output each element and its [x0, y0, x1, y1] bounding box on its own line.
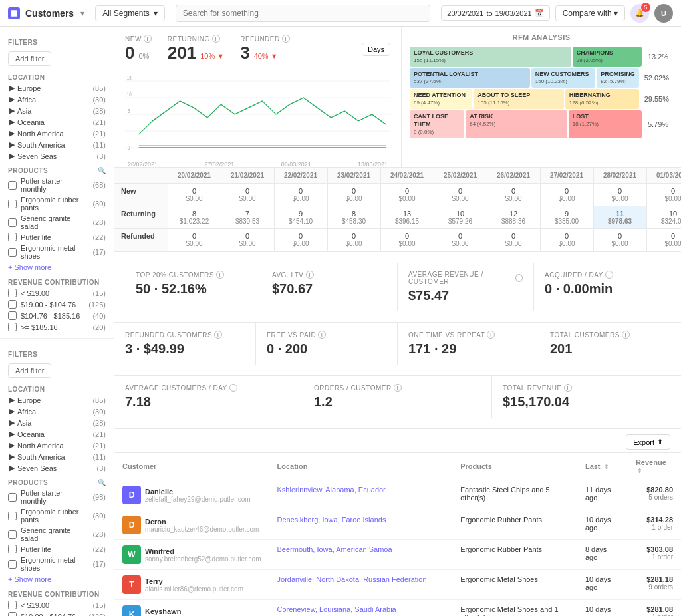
- rfm-new-customers: NEW CUSTOMERS 150 (10.23%): [531, 68, 595, 88]
- line-chart: 15 10 5 0 20/02/2021 27/02/2021: [125, 69, 390, 162]
- customer-avatar: K: [122, 605, 141, 616]
- sidebar-location-item[interactable]: ▶ North America(21): [0, 128, 114, 139]
- sidebar-location-item-2[interactable]: ▶ Oceania(21): [0, 428, 114, 440]
- refunded-stat: REFUNDED i 3 40% ▼: [240, 35, 290, 63]
- metric-top20: TOP 20% CUSTOMERS i 50 · 52.16%: [125, 263, 261, 311]
- new-info-icon: i: [144, 35, 152, 43]
- products-search-icon[interactable]: 🔍: [98, 167, 106, 174]
- metric-acquired-label: ACQUIRED / DAY i: [545, 271, 660, 279]
- customer-table-row[interactable]: W Winifred sonny.breitenberg52@demo.putl…: [114, 540, 681, 570]
- sidebar-product-item[interactable]: Putler starter-monthly(68): [0, 176, 114, 194]
- col-header-5: 24/02/2021: [380, 168, 434, 184]
- sidebar-location-item-2[interactable]: ▶ South America(11): [0, 451, 114, 462]
- metric-avg-cust-day-label: AVERAGE CUSTOMERS / DAY i: [125, 384, 292, 392]
- rfm-grid: LOYAL CUSTOMERS 155 (11.15%) CHAMPIONS 2…: [410, 47, 673, 138]
- sidebar-location-item-2[interactable]: ▶ Europe(85): [0, 394, 114, 406]
- export-icon: ⬆: [657, 438, 663, 446]
- customer-table-row[interactable]: K Keyshawn leonardo25@demo.putler.com Co…: [114, 600, 681, 617]
- notification-button[interactable]: 🔔 5: [630, 4, 649, 23]
- location-link[interactable]: Jordanville, North Dakota, Russian Feder…: [277, 575, 427, 583]
- location-cell: Denesikberg, Iowa, Faroe Islands: [269, 510, 453, 540]
- ref-col7: 0$0.00: [487, 229, 540, 251]
- revenue-value: $281.08: [636, 605, 673, 613]
- arrow-icon: ▶: [9, 129, 15, 138]
- customer-name: Terry: [145, 577, 243, 585]
- ret-col9: 11$978.63: [593, 206, 646, 229]
- sidebar-revenue-item-2[interactable]: < $19.00(15): [0, 599, 114, 611]
- avg-cust-day-info-icon: i: [229, 384, 237, 392]
- col-last[interactable]: Last ⇕: [577, 453, 628, 480]
- sidebar-revenue-item-2[interactable]: $19.00 - $104.76(125): [0, 611, 114, 616]
- sidebar-product-item-2[interactable]: Putler lite(22): [0, 543, 114, 555]
- show-more-products-2[interactable]: + Show more: [0, 573, 114, 585]
- sidebar-revenue-item[interactable]: $19.00 - $104.76(125): [0, 299, 114, 310]
- avg-revenue-info-icon: i: [515, 274, 523, 282]
- segment-selector[interactable]: All Segments ▾: [95, 5, 165, 21]
- sidebar-location-item[interactable]: ▶ Asia(28): [0, 105, 114, 116]
- location-link[interactable]: Beermouth, Iowa, American Samoa: [277, 545, 392, 553]
- revenue-filter-group: < $19.00(15) $19.00 - $104.76(125) $104.…: [0, 287, 114, 333]
- col-header-7: 26/02/2021: [487, 168, 540, 184]
- location-link[interactable]: Coreneview, Louisiana, Saudi Arabia: [277, 605, 396, 613]
- refunded-cust-info-icon: i: [214, 331, 222, 339]
- metric-free-paid: FREE VS PAID i 0 · 200: [256, 323, 398, 365]
- metric-refunded-cust: REFUNDED CUSTOMERS i 3 · $49.99: [114, 323, 256, 365]
- metric-total-revenue-label: TOTAL REVENUE i: [503, 384, 670, 392]
- ref-col4: 0$0.00: [327, 229, 380, 251]
- sidebar-product-item[interactable]: Ergonomic rubber pants(30): [0, 194, 114, 213]
- col-revenue[interactable]: Revenue ⇕: [628, 453, 681, 480]
- products-search-icon-2[interactable]: 🔍: [98, 479, 106, 486]
- top20-info-icon: i: [216, 271, 224, 279]
- sidebar-location-item[interactable]: ▶ Europe(85): [0, 82, 114, 94]
- orders-count: 1 order: [636, 553, 673, 561]
- days-selector[interactable]: Days: [362, 43, 390, 56]
- sidebar-revenue-item[interactable]: $104.76 - $185.16(40): [0, 310, 114, 321]
- rfm-loyal-customers: LOYAL CUSTOMERS 155 (11.15%): [410, 47, 571, 67]
- sidebar-location-item[interactable]: ▶ South America(11): [0, 139, 114, 150]
- arrow-icon: ▶: [9, 441, 15, 450]
- customer-table-row[interactable]: D Danielle zellefall_fahey29@demo.putler…: [114, 480, 681, 510]
- arrow-icon: ▶: [9, 84, 15, 92]
- compare-chevron-icon: ▾: [614, 9, 618, 18]
- sidebar-product-item[interactable]: Ergonomic metal shoes(17): [0, 243, 114, 261]
- customer-name: Keyshawn: [145, 607, 234, 615]
- sidebar-product-item-2[interactable]: Putler starter-monthly(98): [0, 488, 114, 506]
- compare-button[interactable]: Compare with ▾: [555, 5, 625, 21]
- location-cell: Jordanville, North Dakota, Russian Feder…: [269, 570, 453, 600]
- user-avatar[interactable]: U: [654, 4, 673, 23]
- search-input[interactable]: [176, 5, 430, 22]
- add-filter-button-2[interactable]: Add filter: [8, 363, 51, 378]
- show-more-products[interactable]: + Show more: [0, 261, 114, 273]
- metric-orders-cust-value: 1.2: [314, 394, 481, 410]
- location-link[interactable]: Kshlerinnview, Alabama, Ecuador: [277, 486, 386, 494]
- sidebar-location-item-2[interactable]: ▶ Asia(28): [0, 417, 114, 428]
- location-link[interactable]: Denesikberg, Iowa, Faroe Islands: [277, 516, 386, 524]
- sidebar-location-item-2[interactable]: ▶ North America(21): [0, 440, 114, 451]
- col-header-8: 27/02/2021: [540, 168, 593, 184]
- date-range-picker[interactable]: 20/02/2021 to 19/03/2021 📅: [441, 5, 549, 21]
- sidebar-location-item-2[interactable]: ▶ Seven Seas(3): [0, 462, 114, 474]
- sidebar-product-item[interactable]: Generic granite salad(28): [0, 213, 114, 231]
- sidebar-location-item[interactable]: ▶ Oceania(21): [0, 116, 114, 128]
- customer-email: alanis.miller86@demo.putler.com: [145, 585, 243, 593]
- sidebar-revenue-item[interactable]: < $19.00(15): [0, 287, 114, 299]
- customer-table-row[interactable]: D Deron mauricio_kautzer46@demo.putler.c…: [114, 510, 681, 540]
- export-button[interactable]: Export ⬆: [626, 434, 670, 450]
- sidebar-product-item[interactable]: Putler lite(22): [0, 231, 114, 243]
- sidebar-location-item[interactable]: ▶ Seven Seas(3): [0, 150, 114, 162]
- customer-cell: T Terry alanis.miller86@demo.putler.com: [114, 570, 269, 600]
- customer-table-row[interactable]: T Terry alanis.miller86@demo.putler.com …: [114, 570, 681, 600]
- sidebar-product-item-2[interactable]: Generic granite salad(28): [0, 525, 114, 543]
- metric-free-paid-label: FREE VS PAID i: [267, 331, 386, 339]
- sidebar-product-item-2[interactable]: Ergonomic rubber pants(30): [0, 506, 114, 525]
- products-cell: Ergonomic Metal Shoes and 1 other(s): [452, 600, 577, 617]
- customer-name: Deron: [145, 518, 259, 526]
- filters-title-2: FILTERS: [0, 344, 114, 361]
- add-filter-button[interactable]: Add filter: [8, 51, 51, 66]
- sidebar-product-item-2[interactable]: Ergonomic metal shoes(17): [0, 555, 114, 573]
- svg-text:10: 10: [127, 91, 132, 98]
- sidebar-revenue-item[interactable]: >= $185.16(20): [0, 321, 114, 333]
- last-cell: 8 days ago: [577, 540, 628, 570]
- sidebar-location-item[interactable]: ▶ Africa(30): [0, 94, 114, 105]
- sidebar-location-item-2[interactable]: ▶ Africa(30): [0, 406, 114, 417]
